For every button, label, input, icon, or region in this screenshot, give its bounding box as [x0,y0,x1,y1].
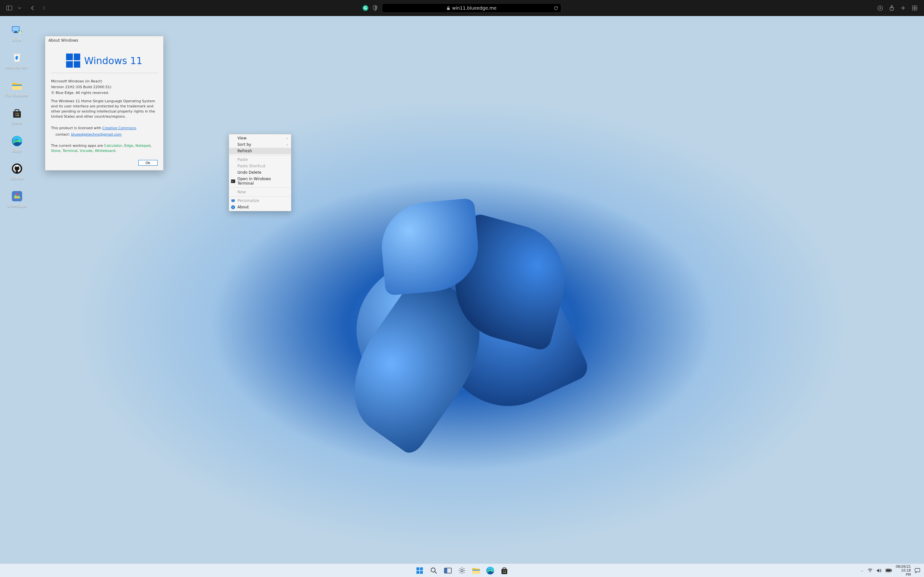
svg-rect-16 [12,85,22,86]
unescape-icon [11,190,23,202]
file-explorer-button[interactable] [471,565,481,576]
about-copyright-line: © Blue Edge. All rights reserved. [51,90,158,95]
wifi-icon[interactable] [867,568,873,572]
desktop-context-menu: View› Sort by› Refresh Paste Paste Short… [229,134,291,211]
volume-icon[interactable] [877,568,882,573]
app-link[interactable]: Notepad [136,143,150,148]
desktop-icon-label: Github [10,176,23,181]
share-icon[interactable] [889,5,895,11]
new-tab-icon[interactable] [900,5,906,11]
sidebar-toggle-icon[interactable] [6,5,12,11]
battery-icon[interactable] [885,569,892,572]
about-contact-line: contact: blueedgetechno@gmail.com [51,132,158,137]
desktop-icon-store[interactable]: Store [5,107,29,125]
svg-rect-50 [915,568,920,572]
app-link[interactable]: Whiteboard [95,149,115,153]
desktop-icon-github[interactable]: Github [5,163,29,181]
terminal-icon [231,179,235,183]
store-icon [11,107,23,119]
taskbar-datetime[interactable]: 08/26/21 10:18 PM [896,564,911,576]
ctx-open-terminal[interactable]: Open in Windows Terminal [229,176,291,187]
store-button[interactable] [499,565,510,576]
desktop-icons: Blue Recycle Bin File Explorer Store Edg… [5,24,29,208]
svg-rect-2 [447,8,450,10]
contact-email-link[interactable]: blueedgetechno@gmail.com [71,132,121,137]
app-link[interactable]: Terminal [63,149,78,153]
desktop-icon-recycle[interactable]: Recycle Bin [5,52,29,69]
privacy-shield-icon[interactable] [372,5,378,11]
svg-rect-20 [17,115,19,116]
about-windows-dialog: About Windows Windows 11 Microsoft Windo… [45,36,164,171]
svg-rect-17 [15,113,17,114]
system-tray: ︿ 08/26/21 10:18 PM [861,564,924,576]
desktop-icon-explorer[interactable]: File Explorer [5,79,29,97]
monitor-icon [231,198,235,203]
ok-button[interactable]: Ok [138,160,158,166]
svg-rect-33 [420,571,423,574]
app-link[interactable]: Calculator [104,143,122,148]
app-link[interactable]: Vscode [80,149,93,153]
svg-rect-7 [913,8,914,10]
svg-rect-37 [444,568,447,573]
desktop-icon-edge[interactable]: Edge [5,135,29,153]
edge-button[interactable] [485,565,496,576]
svg-rect-49 [891,570,892,571]
ctx-sort-by[interactable]: Sort by› [229,141,291,148]
reload-icon[interactable] [553,5,559,11]
nav-back-icon[interactable] [29,5,35,11]
task-view-button[interactable] [443,565,453,576]
edge-browser-icon [11,135,23,147]
ctx-view[interactable]: View› [229,135,291,141]
ctx-about[interactable]: i About [229,204,291,210]
ctx-undo-delete[interactable]: Undo Delete [229,169,291,176]
search-button[interactable] [428,565,439,576]
svg-rect-12 [13,32,18,33]
svg-point-38 [461,569,463,572]
windows-logo-icon [66,53,80,68]
nav-forward-icon[interactable] [41,5,47,11]
desktop-icon-user[interactable]: Blue [5,24,29,42]
windows-product-name: Windows 11 [84,55,142,66]
settings-button[interactable] [457,565,467,576]
app-link[interactable]: Edge [124,143,133,148]
url-text: win11.blueedge.me [452,5,496,11]
ctx-personalize: Personalize [229,197,291,204]
svg-rect-42 [503,570,504,571]
chevron-down-icon[interactable] [18,5,21,11]
svg-rect-30 [417,567,419,570]
svg-rect-10 [13,27,19,31]
svg-rect-43 [505,570,506,571]
notifications-icon[interactable] [915,568,920,573]
ctx-separator [230,196,290,197]
ctx-refresh[interactable]: Refresh [229,148,291,154]
creative-commons-link[interactable]: Creative Commons [102,126,136,130]
downloads-icon[interactable] [877,5,883,11]
desktop-icon-unescape[interactable]: Unescape [5,190,29,208]
svg-rect-45 [505,572,506,573]
desktop-icon-label: File Explorer [5,93,29,97]
chevron-right-icon: › [286,137,288,140]
svg-line-35 [435,572,437,574]
wallpaper [318,195,606,420]
start-button[interactable] [414,565,425,576]
svg-point-34 [431,568,435,572]
tray-time: 10:18 [896,568,911,572]
svg-rect-5 [913,6,914,8]
ctx-paste-shortcut: Paste Shortcut [229,163,291,169]
svg-rect-18 [17,113,19,114]
svg-rect-32 [417,571,419,574]
svg-rect-44 [503,572,504,573]
ctx-new: New [229,189,291,195]
address-bar[interactable]: win11.blueedge.me [382,3,561,13]
app-link[interactable]: Store [51,149,60,153]
taskbar: ︿ 08/26/21 10:18 PM [0,564,924,577]
svg-rect-27 [233,201,234,202]
tray-chevron-up-icon[interactable]: ︿ [861,568,864,573]
svg-rect-40 [472,570,480,571]
grammarly-icon[interactable]: G [363,5,368,11]
desktop[interactable]: Blue Recycle Bin File Explorer Store Edg… [0,16,924,577]
desktop-icon-label: Store [12,121,22,125]
tabs-grid-icon[interactable] [912,5,918,11]
taskbar-center [414,565,510,576]
svg-point-14 [19,31,21,32]
